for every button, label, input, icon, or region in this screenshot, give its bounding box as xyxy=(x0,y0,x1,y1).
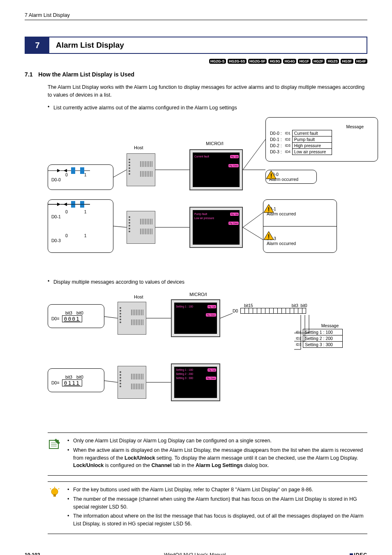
model-tag: HG2S xyxy=(326,59,339,64)
note-block-2: •For the key buttons used with the Alarm… xyxy=(48,481,367,534)
message-table-2: Message ID1Setting 1 : 100 ID2Setting 2 … xyxy=(294,323,343,348)
model-tag: HG4G xyxy=(283,59,296,64)
host-label: Host xyxy=(134,294,143,299)
svg-text:!: ! xyxy=(268,206,270,213)
section-title: How the Alarm List Display is Used xyxy=(38,71,134,78)
model-tag: HG2F xyxy=(312,59,325,64)
chapter-title: Alarm List Display xyxy=(49,37,124,53)
warning-icon: ! xyxy=(263,231,274,240)
model-tag: HG2G-5F xyxy=(248,59,267,64)
page-number: 10-102 xyxy=(25,552,40,555)
hmi-panel-4: Setting 1 : 100 Setting 2 : 200 Setting … xyxy=(171,363,220,401)
plc-icon xyxy=(118,366,146,399)
svg-line-39 xyxy=(220,313,233,318)
plc-icon xyxy=(127,153,155,186)
hmi-panel-1: Current fault Pg. Up Pg. Dwn xyxy=(189,149,243,190)
header-rule xyxy=(25,20,367,20)
svg-line-29 xyxy=(113,170,127,177)
bitbox-2: bit3 bit0 D0= 0111 xyxy=(48,368,104,392)
model-tag: HG2G-5S xyxy=(228,59,247,64)
warning-icon: ! xyxy=(266,170,277,179)
svg-line-36 xyxy=(243,227,263,240)
msg-header: Message xyxy=(268,124,364,129)
switch-icon xyxy=(48,165,93,176)
microi-label: MICRO/I xyxy=(189,292,207,297)
alarm-group-2: D0-1 Alarm occurred ! D0-3 Alarm occurre… xyxy=(263,199,337,253)
d0-register: bit15 bit3 bit0 D0 xyxy=(233,303,307,314)
svg-text:!: ! xyxy=(268,233,270,240)
plc-icon xyxy=(118,302,146,335)
plc-icon xyxy=(127,211,155,244)
page-footer: 10-102 WindO/I-NV2 User's Manual IDEC xyxy=(25,552,367,555)
manual-name: WindO/I-NV2 User's Manual xyxy=(164,552,226,555)
section-heading: 7.1 How the Alarm List Display is Used xyxy=(25,71,367,78)
bitbox-1: bit3 bit0 D0= 0001 xyxy=(48,304,104,328)
switch-group-2: 01 D0-1 01 D0-3 xyxy=(48,199,113,253)
svg-text:!: ! xyxy=(270,172,272,179)
chapter-bar: 7 Alarm List Display xyxy=(25,37,367,54)
bullet-1: • List currently active alarms out of th… xyxy=(48,104,367,112)
svg-rect-47 xyxy=(53,494,56,497)
model-tag: HG4F xyxy=(355,59,367,64)
header-section: 7 Alarm List Display xyxy=(25,12,70,18)
svg-rect-7 xyxy=(80,167,84,174)
svg-point-46 xyxy=(51,488,58,495)
svg-line-37 xyxy=(104,317,118,318)
svg-line-32 xyxy=(243,139,265,170)
hmi-panel-3: Setting 1 : 100 Pg. Up Pg. Dwn xyxy=(171,299,220,337)
switch-d0-0-box: 01 D0-0 xyxy=(48,164,113,190)
intro-text: The Alarm List Display works with the Al… xyxy=(48,83,367,99)
svg-rect-5 xyxy=(71,167,75,174)
model-tag: HG3G xyxy=(268,59,281,64)
tip-icon xyxy=(48,486,62,530)
hmi-panel-2: Pump fault Low air pressure Pg. Up Pg. D… xyxy=(189,207,243,248)
svg-marker-1 xyxy=(57,169,60,172)
svg-line-40 xyxy=(104,381,118,382)
note-icon xyxy=(48,437,62,471)
svg-marker-19 xyxy=(57,203,60,206)
host-label: Host xyxy=(134,145,143,150)
diagram-2: Host MICRO/I bit3 bit0 D0= 0001 Setting … xyxy=(48,292,367,423)
svg-marker-3 xyxy=(64,169,67,172)
svg-line-50 xyxy=(58,488,59,489)
svg-line-35 xyxy=(243,213,263,227)
microi-label: MICRO/I xyxy=(206,141,224,146)
warning-icon: ! xyxy=(263,204,274,213)
diagram-1: Message D0-0 :ID1Current fault D0-1 :ID2… xyxy=(48,117,367,269)
brand-logo: IDEC xyxy=(350,552,367,555)
message-table-box: Message D0-0 :ID1Current fault D0-1 :ID2… xyxy=(265,117,378,162)
switch-icon xyxy=(48,200,93,209)
svg-marker-21 xyxy=(64,203,67,206)
page-header: 7 Alarm List Display xyxy=(25,12,367,18)
section-number: 7.1 xyxy=(25,71,32,78)
chapter-number: 7 xyxy=(25,37,49,53)
model-tag: HG2G-S xyxy=(209,59,226,64)
model-tag: HG3F xyxy=(341,59,353,64)
note-block-1: •Only one Alarm List Display or Alarm Lo… xyxy=(48,432,367,476)
svg-line-33 xyxy=(113,226,127,227)
alarm-d0-0: D0-0 Alarm occurred ! xyxy=(265,170,317,184)
model-tags: HG2G-S HG2G-5S HG2G-5F HG3G HG4G HG1F HG… xyxy=(25,58,367,64)
model-tag: HG1F xyxy=(298,59,310,64)
bullet-2: • Display multiple messages according to… xyxy=(48,278,367,286)
svg-line-49 xyxy=(50,488,51,489)
